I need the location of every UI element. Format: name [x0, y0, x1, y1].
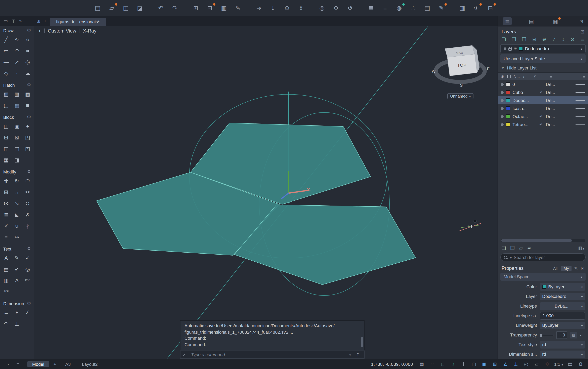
- import-icon[interactable]: ↧: [268, 3, 278, 13]
- gizmo-icon[interactable]: ✥: [544, 361, 550, 367]
- property-dropdown[interactable]: ByLayer: [540, 321, 585, 329]
- move-icon[interactable]: ✚: [1, 175, 11, 186]
- object-snap-tracking-icon[interactable]: ▢: [471, 361, 477, 367]
- multiline-text-icon[interactable]: ✎: [11, 252, 22, 263]
- open-file-icon[interactable]: ▱: [107, 3, 116, 13]
- edit-attribute-icon[interactable]: ◱: [1, 143, 11, 154]
- copy-icon[interactable]: ⊞: [1, 186, 11, 198]
- remove-layer-icon[interactable]: −: [571, 245, 574, 251]
- new-layer-icon[interactable]: ❏: [502, 37, 506, 42]
- viewcube-label[interactable]: S: [460, 83, 462, 88]
- quick-properties-icon[interactable]: ✎: [574, 266, 578, 271]
- customization-gear-icon[interactable]: ⚙: [577, 361, 584, 367]
- arc-length-icon[interactable]: ◠: [1, 318, 11, 329]
- panel-dock-icon[interactable]: ⊡: [580, 29, 584, 35]
- single-line-text-icon[interactable]: A: [1, 252, 11, 263]
- linetype-column-icon[interactable]: ≡: [550, 74, 552, 79]
- zoom-window-icon[interactable]: ◎: [317, 3, 327, 13]
- ray-icon[interactable]: ↗: [11, 56, 22, 68]
- new-layout-button[interactable]: +: [51, 361, 59, 367]
- share-drawing-icon[interactable]: ✈: [472, 3, 481, 13]
- viewcube-label[interactable]: W: [432, 69, 436, 73]
- hatch-pattern-icon[interactable]: ▨: [1, 88, 11, 100]
- undo-icon[interactable]: ↶: [156, 3, 166, 13]
- line-icon[interactable]: ╱: [1, 34, 11, 45]
- layer-color-swatch[interactable]: [506, 114, 510, 119]
- offset-icon[interactable]: ≣: [1, 209, 11, 220]
- new-file-icon[interactable]: ▤: [93, 3, 103, 13]
- named-view-pill[interactable]: Unnamed: [447, 93, 474, 99]
- gear-icon[interactable]: ⚙: [27, 114, 31, 120]
- palette-stack-icon[interactable]: ◫: [11, 18, 16, 23]
- angular-dimension-icon[interactable]: ∠: [22, 307, 33, 318]
- previous-layer-icon[interactable]: ↕: [562, 37, 565, 42]
- annotation-text-icon[interactable]: A: [11, 275, 22, 286]
- palette-autohide-icon[interactable]: ⊡: [579, 19, 583, 24]
- lengthen-icon[interactable]: ↦: [11, 231, 22, 242]
- layer-row[interactable]: Cubo☀De...: [498, 88, 588, 96]
- gear-icon[interactable]: ⚙: [27, 28, 31, 33]
- polar-tracking-icon[interactable]: ✛: [460, 361, 467, 367]
- baseline-dimension-icon[interactable]: ⊥: [11, 318, 22, 329]
- transparency-pattern-button[interactable]: [570, 331, 577, 338]
- group-filter-icon[interactable]: ▰: [527, 245, 531, 251]
- property-dropdown[interactable]: rd: [540, 341, 585, 348]
- create-block-icon[interactable]: ▣: [11, 120, 22, 132]
- filter-all[interactable]: All: [551, 266, 560, 271]
- property-dropdown[interactable]: Dodecaedro: [540, 292, 585, 300]
- layout-tab-layout2[interactable]: Layout2: [77, 361, 103, 367]
- command-history-chevron[interactable]: [349, 352, 351, 357]
- status-menu-icon[interactable]: ≡: [14, 361, 21, 367]
- print-icon[interactable]: ⊞: [191, 3, 200, 13]
- text-style-icon[interactable]: ▤: [1, 263, 11, 275]
- stretch-icon[interactable]: ↔: [11, 186, 22, 198]
- properties-dock-icon[interactable]: ⊡: [581, 266, 584, 271]
- sort-icon[interactable]: ↕: [523, 74, 525, 79]
- array-icon[interactable]: ∷: [22, 198, 33, 209]
- name-column-label[interactable]: N...: [514, 74, 520, 79]
- share-command-icon[interactable]: [354, 351, 362, 358]
- selection-cycling-icon[interactable]: ⊞: [491, 361, 498, 367]
- circle-icon[interactable]: ○: [22, 34, 33, 45]
- save-icon[interactable]: ◫: [121, 3, 131, 13]
- palette-thumbnail-icon[interactable]: ▭: [4, 18, 8, 23]
- layers-toolbar-icon[interactable]: ≡: [380, 3, 390, 13]
- gear-icon[interactable]: ⚙: [27, 301, 31, 306]
- column-menu-icon[interactable]: ≡: [583, 74, 585, 79]
- annotation-monitor-icon[interactable]: ◎: [523, 361, 530, 367]
- chamfer-icon[interactable]: ◣: [11, 209, 22, 220]
- pdf-export-icon[interactable]: PDF: [1, 286, 11, 297]
- set-base-point-icon[interactable]: ◨: [11, 154, 22, 165]
- viewcube-label[interactable]: TOP: [457, 63, 466, 68]
- layer-list-header[interactable]: ◉ N... ↕ ☀ ≡ ≡: [498, 72, 588, 80]
- transparency-input[interactable]: 0: [556, 331, 567, 339]
- dynamic-input-icon[interactable]: ▣: [481, 361, 488, 367]
- clip-xref-icon[interactable]: ◳: [22, 143, 33, 154]
- pdf-underlay-icon[interactable]: PDF: [22, 275, 33, 286]
- lock-column-icon[interactable]: [539, 76, 542, 78]
- hatch-user-icon[interactable]: ▧: [11, 88, 22, 100]
- layer-states-icon[interactable]: ≣: [580, 37, 584, 42]
- properties-inspector-icon[interactable]: ≣: [366, 3, 376, 13]
- command-input[interactable]: >_ Type a command: [180, 350, 365, 359]
- orbit-icon[interactable]: ↺: [345, 3, 355, 13]
- drawing-grid-icon[interactable]: ⊞: [37, 18, 40, 23]
- new-vp-frozen-layer-icon[interactable]: ❑: [512, 37, 516, 42]
- trim-icon[interactable]: ✂: [22, 186, 33, 198]
- sheet-sets-icon[interactable]: ▤: [422, 3, 432, 13]
- property-input[interactable]: 1.000: [540, 312, 585, 319]
- property-dropdown[interactable]: ByLa...: [540, 302, 585, 310]
- etransmit-icon[interactable]: ⇪: [296, 3, 306, 13]
- attach-xref-icon[interactable]: ◲: [11, 143, 22, 154]
- save-as-icon[interactable]: ◪: [135, 3, 145, 13]
- layer-color-swatch[interactable]: [506, 98, 510, 102]
- freeze-column-icon[interactable]: ☀: [533, 74, 536, 78]
- feedback-icon[interactable]: ⊟: [485, 3, 495, 13]
- export-icon[interactable]: ➔: [254, 3, 264, 13]
- annotation-scale-button[interactable]: 1:1: [554, 362, 563, 366]
- gear-icon[interactable]: ⚙: [27, 169, 31, 174]
- space-selector[interactable]: Model Space: [500, 273, 586, 281]
- scale-icon[interactable]: ↘: [11, 198, 22, 209]
- command-history-panel[interactable]: Automatic save to /Users/mafaldaconceica…: [180, 320, 365, 350]
- gradient-icon[interactable]: ▩: [11, 100, 22, 111]
